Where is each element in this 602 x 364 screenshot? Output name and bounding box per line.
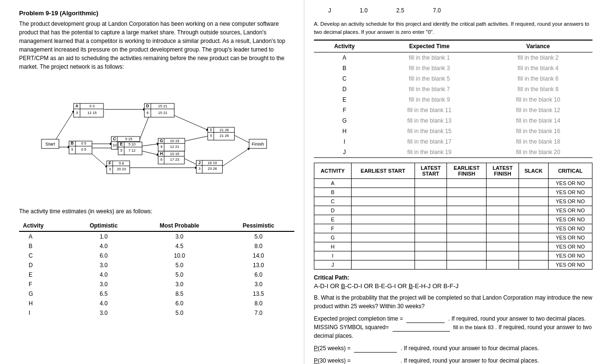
sched-cell[interactable] <box>351 233 415 242</box>
sched-cell[interactable] <box>519 242 548 251</box>
sched-cell[interactable] <box>351 206 415 215</box>
fill-value[interactable]: fill in the blank 2 <box>484 52 592 63</box>
part-b-completion: Expected project completion time = . If … <box>314 314 592 340</box>
sched-cell[interactable] <box>447 242 487 251</box>
sched-cell[interactable] <box>519 179 548 188</box>
sched-critical[interactable]: YES OR NO <box>549 233 592 242</box>
fill-value[interactable]: fill in the blank 7 <box>375 84 484 94</box>
list-item: Efill in the blank 9fill in the blank 10 <box>314 94 592 105</box>
fill-value[interactable]: fill in the blank 20 <box>484 147 592 158</box>
fill-activity: D <box>314 84 375 94</box>
activity-label: E <box>19 270 71 280</box>
activity-value: 3.0 <box>71 308 136 318</box>
p25-link[interactable]: P <box>314 345 318 352</box>
sched-cell[interactable] <box>447 224 487 233</box>
sched-cell[interactable] <box>447 251 487 260</box>
sched-cell[interactable] <box>415 224 446 233</box>
sched-cell[interactable] <box>487 197 519 206</box>
sched-cell[interactable] <box>447 233 487 242</box>
variance-blank[interactable] <box>393 331 450 332</box>
sched-critical[interactable]: YES OR NO <box>549 179 592 188</box>
sched-cell[interactable] <box>351 260 415 270</box>
sched-cell[interactable] <box>351 242 415 251</box>
fill-value[interactable]: fill in the blank 16 <box>484 126 592 136</box>
fill-value[interactable]: fill in the blank 17 <box>375 136 484 147</box>
sched-critical[interactable]: YES OR NO <box>549 251 592 260</box>
sched-critical[interactable]: YES OR NO <box>549 206 592 215</box>
sched-cell[interactable] <box>487 224 519 233</box>
sched-cell[interactable] <box>351 224 415 233</box>
completion-blank[interactable] <box>406 322 445 323</box>
sched-col-activity: ACTIVITY <box>314 163 352 179</box>
sched-cell[interactable] <box>447 179 487 188</box>
sched-cell[interactable] <box>415 179 446 188</box>
fill-value[interactable]: fill in the blank 11 <box>375 105 484 115</box>
sched-cell[interactable] <box>415 251 446 260</box>
fill-value[interactable]: fill in the blank 10 <box>484 94 592 105</box>
activity-value: 3.0 <box>136 231 223 241</box>
sched-cell[interactable] <box>519 206 548 215</box>
sched-cell[interactable] <box>351 197 415 206</box>
fill-value[interactable]: fill in the blank 13 <box>375 115 484 126</box>
sched-activity: I <box>314 251 352 260</box>
critical-path-label: Critical Path: <box>314 274 349 281</box>
sched-cell[interactable] <box>415 260 446 270</box>
sched-critical[interactable]: YES OR NO <box>549 260 592 270</box>
sched-cell[interactable] <box>447 188 487 197</box>
fill-value[interactable]: fill in the blank 1 <box>375 52 484 63</box>
sched-cell[interactable] <box>487 233 519 242</box>
sched-critical[interactable]: YES OR NO <box>549 197 592 206</box>
sched-cell[interactable] <box>447 206 487 215</box>
sched-cell[interactable] <box>519 233 548 242</box>
sched-cell[interactable] <box>487 242 519 251</box>
fill-value[interactable]: fill in the blank 9 <box>375 94 484 105</box>
sched-cell[interactable] <box>447 197 487 206</box>
sched-critical[interactable]: YES OR NO <box>549 188 592 197</box>
fill-value[interactable]: fill in the blank 19 <box>375 147 484 158</box>
sched-cell[interactable] <box>447 215 487 224</box>
fill-value[interactable]: fill in the blank 5 <box>375 73 484 84</box>
fill-value[interactable]: fill in the blank 6 <box>484 73 592 84</box>
sched-cell[interactable] <box>447 260 487 270</box>
sched-cell[interactable] <box>487 179 519 188</box>
sched-cell[interactable] <box>415 215 446 224</box>
fill-value[interactable]: fill in the blank 15 <box>375 126 484 136</box>
fill-value[interactable]: fill in the blank 4 <box>484 63 592 73</box>
p25-blank[interactable] <box>354 352 397 353</box>
critical-path-value: A-D-I OR B-C-D-I OR B-E-G-I OR B-E-H-J O… <box>314 282 592 290</box>
fill-value[interactable]: fill in the blank 18 <box>484 136 592 147</box>
sched-critical[interactable]: YES OR NO <box>549 242 592 251</box>
sched-critical[interactable]: YES OR NO <box>549 215 592 224</box>
sched-cell[interactable] <box>487 188 519 197</box>
fill-value[interactable]: fill in the blank 3 <box>375 63 484 73</box>
sched-cell[interactable] <box>415 197 446 206</box>
sched-cell[interactable] <box>487 206 519 215</box>
sched-cell[interactable] <box>351 215 415 224</box>
sched-cell[interactable] <box>415 233 446 242</box>
sched-cell[interactable] <box>519 215 548 224</box>
activity-value: 5.0 <box>136 260 223 270</box>
fill-value[interactable]: fill in the blank 12 <box>484 105 592 115</box>
fill-value[interactable]: fill in the blank 14 <box>484 115 592 126</box>
sched-cell[interactable] <box>487 215 519 224</box>
sched-cell[interactable] <box>519 251 548 260</box>
sched-cell[interactable] <box>415 188 446 197</box>
sched-cell[interactable] <box>487 260 519 270</box>
sched-cell[interactable] <box>415 206 446 215</box>
sched-cell[interactable] <box>351 251 415 260</box>
svg-line-9 <box>183 135 210 142</box>
p30-link[interactable]: P <box>314 357 318 364</box>
svg-text:5   8: 5 8 <box>119 161 124 166</box>
sched-cell[interactable] <box>351 188 415 197</box>
activity-label: B <box>19 241 71 251</box>
fill-value[interactable]: fill in the blank 8 <box>484 84 592 94</box>
sched-cell[interactable] <box>487 251 519 260</box>
sched-cell[interactable] <box>415 242 446 251</box>
sched-critical[interactable]: YES OR NO <box>549 224 592 233</box>
sched-cell[interactable] <box>519 197 548 206</box>
sched-cell[interactable] <box>519 188 548 197</box>
sched-cell[interactable] <box>519 260 548 270</box>
fill-activity: B <box>314 63 375 73</box>
sched-cell[interactable] <box>351 179 415 188</box>
sched-cell[interactable] <box>519 224 548 233</box>
